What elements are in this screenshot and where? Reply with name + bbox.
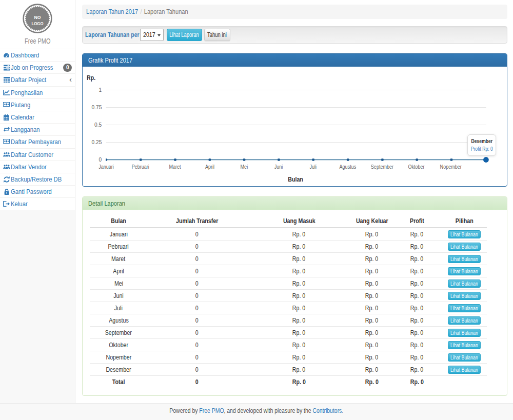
svg-text:NO: NO	[34, 15, 41, 20]
svg-text:LOGO: LOGO	[32, 21, 44, 26]
